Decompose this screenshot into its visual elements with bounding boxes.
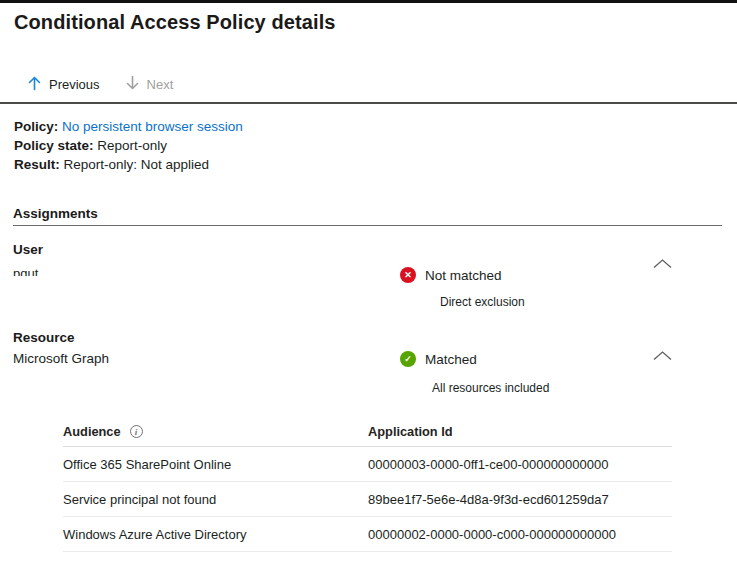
user-status: ✕ Not matched bbox=[400, 267, 502, 283]
application-id-cell: 89bee1f7-5e6e-4d8a-9f3d-ecd601259da7 bbox=[368, 492, 609, 507]
user-section-heading: User bbox=[13, 242, 43, 257]
resource-collapse-chevron-up-icon[interactable] bbox=[652, 348, 674, 360]
resource-status: ✓ Matched bbox=[400, 351, 477, 367]
page-title: Conditional Access Policy details bbox=[14, 11, 336, 34]
toolbar-divider bbox=[0, 102, 737, 104]
previous-button-label: Previous bbox=[49, 77, 100, 92]
audience-cell: Office 365 SharePoint Online bbox=[63, 457, 368, 472]
table-row: Service principal not found 89bee1f7-5e6… bbox=[63, 482, 672, 517]
application-id-cell: 00000003-0000-0ff1-ce00-000000000000 bbox=[368, 457, 608, 472]
not-matched-error-icon: ✕ bbox=[400, 267, 416, 283]
audience-cell: Service principal not found bbox=[63, 492, 368, 507]
policy-state-value: Report-only bbox=[97, 138, 167, 153]
policy-line: Policy: No persistent browser session bbox=[14, 117, 243, 136]
user-collapse-chevron-up-icon[interactable] bbox=[652, 256, 674, 268]
matched-success-icon: ✓ bbox=[400, 351, 416, 367]
policy-state-line: Policy state: Report-only bbox=[14, 136, 243, 155]
result-line: Result: Report-only: Not applied bbox=[14, 155, 243, 174]
top-border-bar bbox=[0, 0, 737, 3]
policy-label: Policy: bbox=[14, 119, 58, 134]
conditional-access-policy-details-panel: Conditional Access Policy details Previo… bbox=[0, 0, 737, 565]
next-button[interactable]: Next bbox=[126, 75, 174, 94]
audience-column-header: Audience i bbox=[63, 424, 368, 439]
result-value: Report-only: Not applied bbox=[64, 157, 210, 172]
policy-name-link[interactable]: No persistent browser session bbox=[62, 119, 243, 134]
user-status-detail: Direct exclusion bbox=[440, 295, 525, 309]
policy-state-label: Policy state: bbox=[14, 138, 94, 153]
policy-info-block: Policy: No persistent browser session Po… bbox=[14, 117, 243, 174]
assignments-heading: Assignments bbox=[13, 206, 98, 221]
arrow-up-icon bbox=[28, 75, 41, 94]
resource-status-detail: All resources included bbox=[432, 381, 549, 395]
user-name-clipped: pqut bbox=[13, 267, 133, 276]
resource-section-heading: Resource bbox=[13, 330, 75, 345]
arrow-down-icon bbox=[126, 75, 139, 94]
audience-cell: Windows Azure Active Directory bbox=[63, 527, 368, 542]
table-row: Windows Azure Active Directory 00000002-… bbox=[63, 517, 672, 552]
application-id-column-header: Application Id bbox=[368, 424, 453, 439]
info-icon[interactable]: i bbox=[130, 425, 143, 438]
table-row: Office 365 SharePoint Online 00000003-00… bbox=[63, 447, 672, 482]
resource-name: Microsoft Graph bbox=[13, 351, 109, 366]
toolbar: Previous Next bbox=[28, 75, 173, 94]
next-button-label: Next bbox=[147, 77, 174, 92]
previous-button[interactable]: Previous bbox=[28, 75, 100, 94]
resource-status-label: Matched bbox=[425, 352, 477, 367]
audience-table-header: Audience i Application Id bbox=[63, 417, 672, 447]
assignments-divider bbox=[13, 225, 722, 226]
result-label: Result: bbox=[14, 157, 60, 172]
audience-table: Audience i Application Id Office 365 Sha… bbox=[63, 417, 672, 552]
user-status-label: Not matched bbox=[425, 268, 502, 283]
application-id-cell: 00000002-0000-0000-c000-000000000000 bbox=[368, 527, 616, 542]
